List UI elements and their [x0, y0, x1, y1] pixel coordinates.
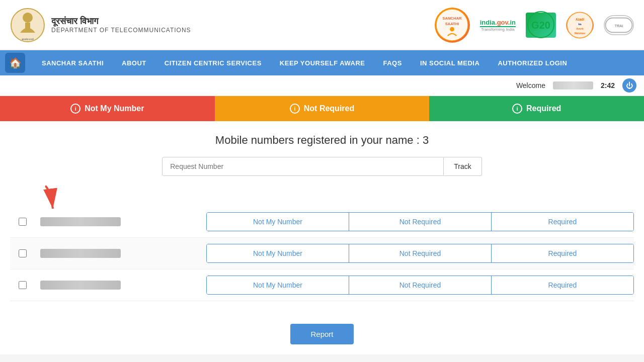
nav-keep-aware[interactable]: Keep Yourself Aware: [271, 50, 374, 75]
row-3-not-my-number[interactable]: Not My Number: [207, 276, 349, 294]
nav-citizen-centric[interactable]: Citizen Centric Services: [155, 50, 271, 75]
search-bar: Track: [10, 157, 634, 176]
row-2-not-my-number[interactable]: Not My Number: [207, 244, 349, 262]
partner-logos: SANCHAR SAATHI india.gov.in Transforming…: [435, 8, 634, 43]
not-required-label: Not Required: [304, 104, 354, 113]
logo-section: सत्यमेव जयते दूरसंचार विभाग DEPARTMENT O…: [10, 8, 191, 43]
row-3-checkbox-cell: [10, 281, 35, 289]
table-row: Not My Number Not Required Required: [10, 269, 634, 301]
svg-text:Azadi: Azadi: [576, 17, 584, 21]
welcome-text: Welcome: [516, 81, 545, 89]
dept-english: DEPARTMENT OF TELECOMMUNICATIONS: [51, 27, 191, 34]
report-button[interactable]: Report: [290, 324, 353, 344]
nav-bar: 🏠 Sanchar Saathi About Citizen Centric S…: [0, 50, 644, 75]
blurred-phone-2: [40, 249, 121, 258]
table-row: Not My Number Not Required Required: [10, 206, 634, 238]
row-3-actions: Not My Number Not Required Required: [206, 276, 634, 295]
row-1-not-required[interactable]: Not Required: [349, 213, 492, 231]
arrow-indicator: [10, 191, 634, 206]
svg-text:Amrit: Amrit: [576, 27, 584, 30]
table-row: Not My Number Not Required Required: [10, 238, 634, 269]
govt-emblem: सत्यमेव जयते: [10, 8, 45, 43]
not-my-number-icon: i: [70, 104, 80, 114]
row-2-not-required[interactable]: Not Required: [349, 244, 492, 262]
nav-items: Sanchar Saathi About Citizen Centric Ser…: [33, 50, 576, 75]
required-icon: i: [512, 104, 522, 114]
row-3-not-required[interactable]: Not Required: [349, 276, 492, 294]
row-1-checkbox-cell: [10, 218, 35, 226]
svg-text:ka: ka: [578, 23, 582, 26]
row-1-actions: Not My Number Not Required Required: [206, 212, 634, 231]
page-title: Mobile numbers registered in your name :…: [10, 134, 634, 147]
status-bar: i Not My Number i Not Required i Require…: [0, 96, 644, 121]
svg-text:G20: G20: [531, 20, 550, 31]
g20-logo: G20: [526, 13, 556, 38]
row-1-checkbox[interactable]: [19, 218, 27, 226]
status-required[interactable]: i Required: [429, 96, 644, 121]
status-not-required[interactable]: i Not Required: [215, 96, 430, 121]
sanchar-saathi-logo: SANCHAR SAATHI: [435, 8, 470, 43]
row-3-required[interactable]: Required: [492, 276, 633, 294]
nav-sanchar-saathi[interactable]: Sanchar Saathi: [33, 50, 113, 75]
row-2-checkbox-cell: [10, 249, 35, 257]
power-button[interactable]: ⏻: [622, 78, 636, 93]
svg-text:SAATHI: SAATHI: [445, 22, 459, 26]
blurred-phone-3: [40, 281, 121, 290]
main-content: Mobile numbers registered in your name :…: [0, 121, 644, 314]
row-1-required[interactable]: Required: [492, 213, 633, 231]
row-3-number: [35, 281, 206, 290]
request-input[interactable]: [162, 157, 444, 176]
required-label: Required: [526, 104, 561, 113]
nav-auth-login[interactable]: Authorized Login: [489, 50, 576, 75]
user-name-blurred: [553, 81, 593, 89]
page-header: सत्यमेव जयते दूरसंचार विभाग DEPARTMENT O…: [0, 0, 644, 50]
india-gov-logo: india.gov.in Transforming India: [480, 19, 516, 32]
welcome-bar: Welcome 2:42 ⏻: [0, 75, 644, 96]
nav-about[interactable]: About: [113, 50, 155, 75]
dept-hindi: दूरसंचार विभाग: [51, 16, 191, 27]
track-button[interactable]: Track: [444, 157, 481, 176]
row-2-checkbox[interactable]: [19, 249, 27, 257]
trai-logo: TRAI: [604, 15, 634, 35]
svg-text:TRAI: TRAI: [615, 24, 623, 28]
dept-name: दूरसंचार विभाग DEPARTMENT OF TELECOMMUNI…: [51, 16, 191, 34]
svg-text:सत्यमेव जयते: सत्यमेव जयते: [21, 38, 34, 41]
india-gov-text: india.gov.in: [480, 19, 516, 27]
nav-faqs[interactable]: FAQs: [374, 50, 411, 75]
status-not-my-number[interactable]: i Not My Number: [0, 96, 215, 121]
svg-text:Mahotsav: Mahotsav: [575, 32, 586, 35]
azadi-logo: Azadi ka Amrit Mahotsav: [566, 13, 594, 38]
row-1-not-my-number[interactable]: Not My Number: [207, 213, 349, 231]
row-2-actions: Not My Number Not Required Required: [206, 244, 634, 263]
row-3-checkbox[interactable]: [19, 281, 27, 289]
nav-social-media[interactable]: In Social Media: [411, 50, 489, 75]
home-button[interactable]: 🏠: [5, 53, 25, 73]
not-my-number-label: Not My Number: [85, 104, 144, 113]
not-required-icon: i: [290, 104, 300, 114]
svg-rect-2: [25, 23, 30, 33]
svg-text:SANCHAR: SANCHAR: [443, 16, 462, 21]
red-arrow-svg: [35, 184, 65, 224]
report-section: Report: [0, 314, 644, 354]
row-2-required[interactable]: Required: [492, 244, 633, 262]
svg-point-1: [23, 13, 33, 23]
row-2-number: [35, 249, 206, 258]
time-display: 2:42: [601, 81, 615, 89]
svg-point-7: [450, 27, 454, 32]
